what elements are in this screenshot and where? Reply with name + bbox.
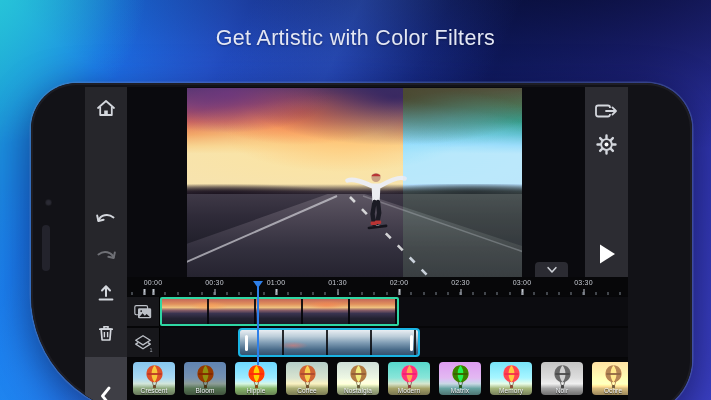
- filter-preset-label: Ochre: [592, 387, 628, 394]
- filter-preset-thumbnail[interactable]: Noir: [541, 362, 583, 395]
- settings-button[interactable]: [585, 127, 628, 161]
- play-icon: [596, 242, 618, 266]
- delete-button[interactable]: [85, 316, 127, 350]
- home-button[interactable]: [85, 91, 127, 125]
- filter-preset-thumbnail[interactable]: Bloom: [184, 362, 226, 395]
- filter-preset-thumbnail[interactable]: Crescent: [133, 362, 175, 395]
- video-track: [127, 297, 628, 326]
- collapse-panel-button[interactable]: [535, 262, 568, 277]
- skateboarder: [345, 162, 407, 238]
- media-frame-icon: [133, 303, 153, 321]
- filter-preset-label: Memory: [490, 387, 532, 394]
- overlay-track: 1: [127, 328, 628, 357]
- redo-button[interactable]: [85, 238, 127, 272]
- filter-preset-thumbnail[interactable]: Hippie: [235, 362, 277, 395]
- produce-export-button[interactable]: [585, 94, 628, 128]
- chevron-down-icon: [545, 265, 559, 275]
- filter-preset-label: Coffee: [286, 387, 328, 394]
- redo-icon: [95, 247, 117, 263]
- trim-handle-right[interactable]: [410, 335, 413, 351]
- banner: Get Artistic with Color Filters: [0, 0, 711, 83]
- export-icon: [594, 101, 619, 121]
- gear-icon: [595, 133, 618, 156]
- ruler-timestamp: 01:00: [267, 279, 286, 286]
- back-button[interactable]: [85, 357, 127, 400]
- filter-clip-selected[interactable]: [238, 328, 420, 357]
- timeline-ruler[interactable]: 00:00 00:30 01:00 01:30 02:00 02:30 03:0…: [127, 277, 628, 296]
- ruler-timestamp: 03:00: [513, 279, 532, 286]
- upload-icon: [96, 283, 116, 302]
- ruler-timestamp: 00:00: [144, 279, 163, 286]
- filter-preset-thumbnail[interactable]: Matrix: [439, 362, 481, 395]
- filter-preset-strip: Crescent Bloom Hippie: [127, 358, 628, 400]
- filter-preset-label: Matrix: [439, 387, 481, 394]
- right-toolbar: [585, 87, 628, 277]
- video-track-header[interactable]: [127, 297, 160, 326]
- filter-preset-thumbnail[interactable]: Nostalgia: [337, 362, 379, 395]
- filter-preset-thumbnail[interactable]: Coffee: [286, 362, 328, 395]
- play-button[interactable]: [585, 237, 628, 271]
- video-editor-screen: 00:00 00:30 01:00 01:30 02:00 02:30 03:0…: [85, 87, 628, 400]
- playhead[interactable]: [257, 281, 259, 365]
- filter-preset-thumbnail[interactable]: Memory: [490, 362, 532, 395]
- video-clip-selected[interactable]: [160, 297, 399, 326]
- ruler-timestamp: 01:30: [328, 279, 347, 286]
- filter-preset-label: Crescent: [133, 387, 175, 394]
- filter-preset-label: Modern: [388, 387, 430, 394]
- ruler-timestamp: 02:00: [390, 279, 409, 286]
- layers-icon: 1: [133, 333, 153, 353]
- export-project-button[interactable]: [85, 275, 127, 309]
- ruler-timestamp: 00:30: [205, 279, 224, 286]
- undo-button[interactable]: [85, 201, 127, 235]
- svg-text:1: 1: [150, 347, 153, 353]
- promo-screenshot: Get Artistic with Color Filters: [0, 0, 711, 400]
- trim-handle-left[interactable]: [245, 335, 248, 351]
- filter-preset-thumbnail[interactable]: Ochre: [592, 362, 628, 395]
- banner-title: Get Artistic with Color Filters: [0, 26, 711, 51]
- playhead-cap: [253, 281, 263, 288]
- overlay-track-header[interactable]: 1: [127, 328, 160, 357]
- video-frame: [187, 88, 522, 277]
- undo-icon: [95, 210, 117, 226]
- filter-preset-label: Noir: [541, 387, 583, 394]
- filter-preset-label: Nostalgia: [337, 387, 379, 394]
- filter-preset-label: Bloom: [184, 387, 226, 394]
- trash-icon: [96, 323, 116, 343]
- ruler-minor-ticks: [127, 292, 628, 295]
- home-icon: [95, 98, 117, 118]
- speaker-grille: [42, 225, 50, 271]
- left-toolbar: [85, 87, 127, 357]
- color-filter-overlay: [403, 88, 522, 277]
- ruler-timestamp: 03:30: [574, 279, 593, 286]
- chevron-left-icon: [96, 384, 116, 400]
- filter-preset-thumbnail[interactable]: Modern: [388, 362, 430, 395]
- ruler-timestamp: 02:30: [451, 279, 470, 286]
- timeline: 00:00 00:30 01:00 01:30 02:00 02:30 03:0…: [127, 277, 628, 358]
- front-camera-dot: [45, 199, 52, 206]
- video-preview-area: [127, 87, 585, 277]
- filter-preset-label: Hippie: [235, 387, 277, 394]
- phone-mockup: 00:00 00:30 01:00 01:30 02:00 02:30 03:0…: [31, 83, 692, 400]
